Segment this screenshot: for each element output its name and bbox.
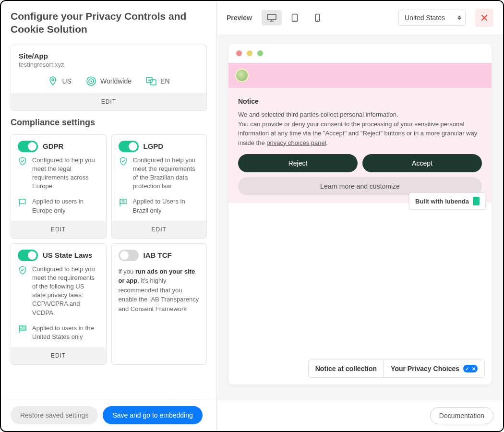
site-lang: A EN xyxy=(146,76,169,86)
device-desktop-button[interactable] xyxy=(262,10,282,25)
preview-area: Notice We and selected third parties col… xyxy=(217,35,503,400)
gdpr-edit-button[interactable]: EDIT xyxy=(11,221,106,238)
flag-icon xyxy=(18,198,27,207)
target-icon xyxy=(86,76,96,86)
svg-point-0 xyxy=(52,79,54,81)
preview-panel: Preview United States xyxy=(217,1,503,431)
mobile-icon xyxy=(315,13,320,22)
desktop-icon xyxy=(266,13,277,22)
cookie-text: We and selected third parties collect pe… xyxy=(238,110,482,147)
traffic-yellow-icon xyxy=(247,50,252,56)
cookie-notice: Notice We and selected third parties col… xyxy=(228,88,492,203)
iab-tcf-toggle[interactable] xyxy=(119,250,139,261)
device-tablet-button[interactable] xyxy=(285,10,305,25)
site-logo-icon xyxy=(235,69,249,82)
gdpr-toggle[interactable] xyxy=(18,141,38,152)
config-scroll[interactable]: Site/App testingresort.xyz US xyxy=(1,40,216,399)
site-country: US xyxy=(48,76,71,86)
save-button[interactable]: Save and go to embedding xyxy=(103,406,202,424)
gdpr-card: GDPR Configured to help you meet the leg… xyxy=(11,134,107,239)
preview-toolbar: Preview United States xyxy=(217,1,503,35)
your-privacy-choices-button[interactable]: Your Privacy Choices xyxy=(384,360,485,378)
browser-mock: Notice We and selected third parties col… xyxy=(228,44,492,384)
iab-tcf-card: IAB TCF If you run ads on your site or a… xyxy=(111,243,207,365)
site-domain: testingresort.xyz xyxy=(19,61,199,68)
compliance-heading: Compliance settings xyxy=(11,118,207,128)
tablet-icon xyxy=(291,13,298,22)
shield-check-icon xyxy=(18,156,27,166)
us-flag-icon xyxy=(18,324,27,334)
privacy-choices-link[interactable]: privacy choices panel xyxy=(266,139,326,146)
iab-tcf-desc: If you run ads on your site or app, it's… xyxy=(112,265,207,321)
country-select[interactable]: United States xyxy=(398,10,466,26)
page-title: Configure your Privacy Controls and Cook… xyxy=(11,10,207,36)
cookie-title: Notice xyxy=(238,97,482,105)
config-panel: Configure your Privacy Controls and Cook… xyxy=(1,1,217,431)
svg-point-24 xyxy=(294,20,295,21)
window-traffic-lights xyxy=(228,44,492,63)
privacy-choices-icon xyxy=(463,365,478,372)
us-laws-edit-button[interactable]: EDIT xyxy=(11,347,106,364)
svg-rect-7 xyxy=(19,199,25,204)
svg-point-12 xyxy=(122,201,123,202)
traffic-green-icon xyxy=(257,50,263,56)
svg-text:A: A xyxy=(148,78,150,82)
traffic-red-icon xyxy=(236,50,242,56)
us-laws-toggle[interactable] xyxy=(18,250,38,261)
preview-footer: Documentation xyxy=(217,400,503,431)
shield-check-icon xyxy=(119,156,128,166)
close-button[interactable] xyxy=(475,9,493,27)
svg-rect-20 xyxy=(267,14,276,20)
site-card: Site/App testingresort.xyz US xyxy=(11,45,207,111)
bottom-chips: Notice at collection Your Privacy Choice… xyxy=(308,360,485,378)
reject-button[interactable]: Reject xyxy=(238,154,358,172)
documentation-button[interactable]: Documentation xyxy=(430,407,493,424)
iubenda-icon xyxy=(473,197,480,205)
config-footer: Restore saved settings Save and go to em… xyxy=(1,399,216,431)
preview-label: Preview xyxy=(227,14,252,22)
site-edit-button[interactable]: EDIT xyxy=(11,93,206,110)
site-label: Site/App xyxy=(19,52,199,60)
flag-eye-icon xyxy=(119,198,128,207)
us-laws-card: US State Laws Configured to help you mee… xyxy=(11,243,107,365)
lgpd-card: LGPD Configured to help you meet the req… xyxy=(111,134,207,239)
accept-button[interactable]: Accept xyxy=(362,154,482,172)
close-icon xyxy=(480,14,488,22)
lgpd-toggle[interactable] xyxy=(119,141,139,152)
restore-button[interactable]: Restore saved settings xyxy=(11,406,98,424)
lgpd-edit-button[interactable]: EDIT xyxy=(112,221,207,238)
site-audience: Worldwide xyxy=(86,76,132,86)
language-icon: A xyxy=(146,76,156,86)
shield-check-icon xyxy=(18,265,27,275)
chevron-updown-icon xyxy=(457,16,461,20)
device-mobile-button[interactable] xyxy=(308,10,328,25)
site-banner xyxy=(228,63,492,88)
built-with-badge[interactable]: Built with iubenda xyxy=(409,192,486,210)
location-icon xyxy=(48,76,58,86)
svg-rect-14 xyxy=(19,326,22,328)
svg-point-3 xyxy=(90,80,92,82)
svg-point-26 xyxy=(317,20,318,21)
notice-at-collection-button[interactable]: Notice at collection xyxy=(308,360,384,378)
